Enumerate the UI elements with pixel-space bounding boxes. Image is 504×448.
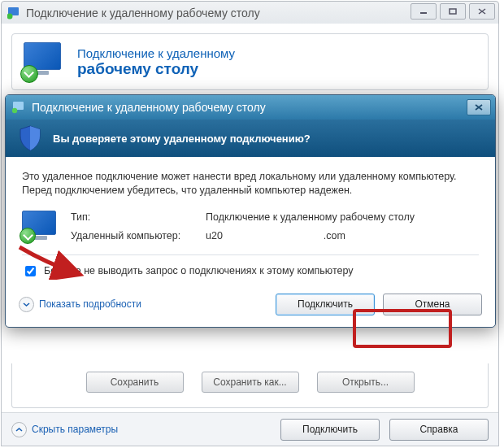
header-line2: рабочему столу <box>77 60 235 78</box>
main-window-header: Подключение к удаленному рабочему столу <box>11 33 489 90</box>
rdc-icon <box>24 42 63 81</box>
save-as-button[interactable]: Сохранить как... <box>202 372 299 393</box>
connection-details: Тип: Подключение к удаленному рабочему с… <box>22 211 479 243</box>
type-value: Подключение к удаленному рабочему столу <box>206 211 415 224</box>
dont-ask-checkbox-row[interactable]: Больше не выводить запрос о подключениях… <box>22 263 479 279</box>
type-label: Тип: <box>71 211 206 224</box>
shield-icon <box>19 125 41 151</box>
open-button[interactable]: Открыть... <box>317 372 415 393</box>
main-window-footer: Скрыть параметры Подключить Справка <box>2 412 498 446</box>
minimize-button[interactable] <box>411 3 437 20</box>
main-window-titlebar: Подключение к удаленному рабочему столу <box>1 1 499 25</box>
svg-point-5 <box>12 108 17 113</box>
trust-dialog: Подключение к удаленному рабочему столу … <box>5 94 496 328</box>
header-line1: Подключение к удаленному <box>77 46 235 60</box>
rdc-details-icon <box>22 211 59 243</box>
footer-help-button[interactable]: Справка <box>389 419 489 441</box>
dialog-title: Подключение к удаленному рабочему столу <box>32 101 266 114</box>
save-buttons-panel: Сохранить Сохранить как... Открыть... <box>11 363 489 408</box>
maximize-button[interactable] <box>440 3 466 20</box>
host-value: u20.com <box>206 229 345 243</box>
rdc-small-icon <box>12 101 25 114</box>
footer-connect-button[interactable]: Подключить <box>280 419 380 441</box>
dialog-titlebar: Подключение к удаленному рабочему столу <box>6 95 495 120</box>
close-button[interactable] <box>469 3 495 20</box>
chevron-down-icon <box>19 297 34 312</box>
dialog-close-button[interactable] <box>467 99 491 115</box>
dialog-body-text: Это удаленное подключение может нанести … <box>22 170 479 198</box>
chevron-up-icon[interactable] <box>11 422 27 437</box>
hide-params-link[interactable]: Скрыть параметры <box>32 424 118 435</box>
save-button[interactable]: Сохранить <box>86 372 184 393</box>
banner-text: Вы доверяете этому удаленному подключени… <box>53 133 311 145</box>
dialog-banner: Вы доверяете этому удаленному подключени… <box>6 120 495 157</box>
dont-ask-checkbox[interactable] <box>25 266 36 276</box>
svg-rect-3 <box>450 9 456 14</box>
checkbox-label: Больше не выводить запрос о подключениях… <box>44 264 354 278</box>
show-details-link[interactable]: Показать подробности <box>19 297 141 312</box>
connect-button[interactable]: Подключить <box>276 294 375 315</box>
rdc-title-icon <box>7 7 20 20</box>
close-icon <box>475 104 483 111</box>
main-window-title: Подключение к удаленному рабочему столу <box>26 7 260 20</box>
dialog-actions: Показать подробности Подключить Отмена <box>6 290 495 327</box>
host-label: Удаленный компьютер: <box>71 229 206 243</box>
cancel-button[interactable]: Отмена <box>383 294 482 315</box>
